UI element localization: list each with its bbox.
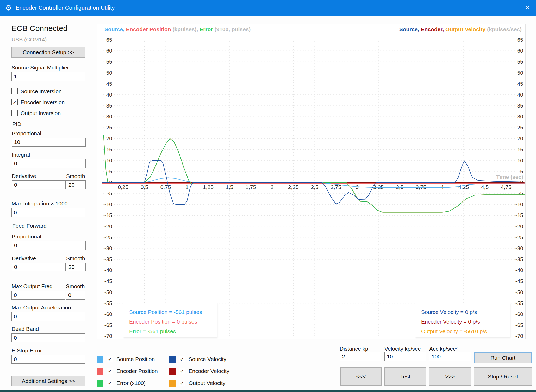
minimize-button[interactable]: — — [486, 0, 502, 16]
encoder-inversion-checkbox[interactable]: ✓ — [11, 99, 18, 105]
toggle-encoder-position[interactable]: ✓ Encoder Position — [97, 367, 158, 375]
svg-text:-60: -60 — [515, 311, 523, 317]
acc-kp-input[interactable] — [429, 352, 471, 361]
maximize-button[interactable] — [502, 0, 519, 16]
pid-derivative-label: Derivative — [12, 173, 36, 179]
toggle-error[interactable]: ✓ Error (x100) — [97, 379, 146, 387]
close-button[interactable]: ✕ — [519, 0, 536, 16]
distance-kp-input[interactable] — [340, 352, 381, 361]
source-position-checkbox[interactable]: ✓ — [107, 356, 113, 362]
encoder-position-checkbox[interactable]: ✓ — [107, 368, 113, 374]
toggle-output-velocity[interactable]: ✓ Output Velocity — [169, 379, 225, 387]
legend-kpulses-unit: (kpulses), — [171, 26, 198, 32]
dead-band-input[interactable] — [11, 333, 85, 342]
step-forward-button[interactable]: >>> — [429, 367, 471, 386]
test-button[interactable]: Test — [384, 367, 426, 386]
estop-error-input[interactable] — [11, 355, 85, 364]
svg-text:55: 55 — [106, 59, 112, 65]
svg-text:50: 50 — [106, 70, 112, 76]
velocity-kp-input[interactable] — [384, 352, 426, 361]
additional-settings-button[interactable]: Additional Settings >> — [11, 376, 85, 386]
svg-text:-45: -45 — [515, 278, 523, 284]
encoder-velocity-checkbox[interactable]: ✓ — [179, 368, 185, 374]
svg-text:40: 40 — [517, 92, 523, 98]
error-checkbox[interactable]: ✓ — [107, 380, 113, 386]
svg-text:-25: -25 — [515, 234, 523, 240]
ff-smooth-input[interactable] — [66, 263, 86, 271]
svg-text:0,25: 0,25 — [118, 184, 128, 190]
svg-text:10: 10 — [517, 157, 523, 163]
toggle-encoder-velocity[interactable]: ✓ Encoder Velocity — [169, 367, 229, 375]
close-icon: ✕ — [525, 4, 530, 11]
svg-text:3,5: 3,5 — [396, 184, 403, 190]
error-swatch — [97, 380, 103, 387]
legend-kpulses-sec-unit: (kpulses/sec) — [485, 26, 522, 32]
svg-text:-20: -20 — [104, 223, 112, 229]
max-output-freq-smooth-input[interactable] — [66, 291, 85, 300]
svg-text:45: 45 — [517, 81, 523, 87]
pid-smooth-label: Smooth — [66, 173, 85, 179]
svg-text:-60: -60 — [104, 311, 112, 317]
output-inversion-row[interactable]: Output Inversion — [11, 109, 85, 117]
pid-integral-input[interactable] — [12, 159, 86, 168]
step-back-button[interactable]: <<< — [340, 367, 382, 386]
legend-encoder-velocity-label: Encoder, — [419, 26, 444, 32]
svg-text:-40: -40 — [515, 267, 523, 273]
encoder-velocity-swatch — [169, 368, 176, 375]
app-window: ⚙ Encoder Controller Configuration Utili… — [0, 0, 536, 392]
output-inversion-label: Output Inversion — [21, 110, 61, 116]
source-inversion-label: Source Inversion — [21, 88, 62, 94]
source-position-toggle-label: Source Position — [116, 356, 155, 362]
pid-group-title: PID — [11, 121, 23, 127]
svg-text:45: 45 — [106, 81, 112, 87]
output-inversion-checkbox[interactable] — [11, 110, 18, 116]
source-velocity-checkbox[interactable]: ✓ — [179, 356, 185, 362]
svg-text:-40: -40 — [104, 267, 112, 273]
svg-text:-5: -5 — [518, 190, 523, 196]
max-integration-label: Max Integration × 1000 — [11, 200, 85, 207]
ff-proportional-input[interactable] — [12, 241, 86, 250]
feed-forward-group-title: Feed-Forward — [11, 223, 48, 229]
svg-text:35: 35 — [106, 103, 112, 109]
dead-band-label: Dead Band — [11, 326, 85, 332]
svg-text:-20: -20 — [515, 223, 523, 229]
svg-text:3,75: 3,75 — [416, 184, 426, 190]
window-title: Encoder Controller Configuration Utility — [16, 4, 115, 11]
legend-output-velocity-label: Output Velocity — [444, 26, 485, 32]
toggle-source-position[interactable]: ✓ Source Position — [97, 355, 155, 363]
feed-forward-group: Feed-Forward Proportional Derivative Smo… — [9, 226, 88, 273]
svg-text:5: 5 — [520, 168, 523, 174]
pid-proportional-input[interactable] — [12, 138, 86, 147]
svg-text:60: 60 — [106, 48, 112, 54]
max-integration-input[interactable] — [11, 208, 85, 217]
pid-proportional-label: Proportional — [12, 130, 41, 137]
svg-text:40: 40 — [106, 92, 112, 98]
source-inversion-row[interactable]: Source Inversion — [11, 87, 85, 95]
source-inversion-checkbox[interactable] — [11, 88, 18, 94]
ff-smooth-label: Smooth — [66, 255, 85, 262]
chart-panel: -70-70-65-65-60-60-55-55-50-50-45-45-40-… — [97, 24, 526, 339]
svg-text:30: 30 — [517, 113, 523, 119]
toggle-source-velocity[interactable]: ✓ Source Velocity — [169, 355, 226, 363]
output-velocity-checkbox[interactable]: ✓ — [179, 380, 185, 386]
source-signal-multiplier-input[interactable] — [11, 72, 85, 81]
max-output-acceleration-input[interactable] — [11, 312, 85, 321]
svg-text:10: 10 — [106, 157, 112, 163]
chart-legend-velocity: Source, Encoder, Output Velocity (kpulse… — [399, 26, 522, 33]
pid-derivative-input[interactable] — [12, 180, 66, 189]
svg-text:20: 20 — [106, 135, 112, 141]
ff-derivative-input[interactable] — [12, 263, 66, 271]
svg-text:2,5: 2,5 — [311, 184, 318, 190]
pid-smooth-input[interactable] — [66, 180, 86, 189]
titlebar: ⚙ Encoder Controller Configuration Utili… — [0, 0, 536, 16]
connection-setup-button[interactable]: Connection Setup >> — [11, 47, 85, 58]
max-output-freq-input[interactable] — [11, 291, 65, 300]
svg-text:3,25: 3,25 — [373, 184, 384, 190]
output-velocity-swatch — [169, 380, 176, 387]
svg-text:-50: -50 — [515, 289, 523, 295]
run-chart-button[interactable]: Run Chart — [474, 352, 532, 363]
svg-text:0,5: 0,5 — [141, 184, 148, 190]
encoder-inversion-row[interactable]: ✓ Encoder Inversion — [11, 98, 85, 106]
stop-reset-button[interactable]: Stop / Reset — [474, 367, 532, 386]
encoder-velocity-toggle-label: Encoder Velocity — [189, 368, 229, 374]
